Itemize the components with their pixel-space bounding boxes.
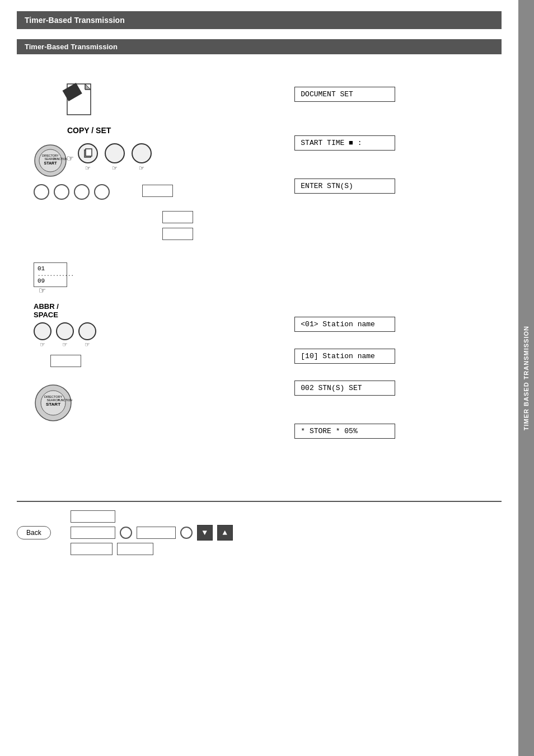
abbr-text: ABBR / SPACE <box>34 302 59 319</box>
svg-point-6 <box>39 149 62 172</box>
tap-icon-abbr3: ☞ <box>85 340 90 349</box>
nav-up-button[interactable]: ▲ <box>217 525 233 541</box>
abbr-label: ABBR / SPACE <box>34 302 283 319</box>
lcd-station1: <01> Station name <box>294 317 395 332</box>
tap-icon-2: ☞ <box>86 163 90 173</box>
bottom-rect-1 <box>71 510 115 523</box>
btn-2[interactable] <box>105 143 125 163</box>
tap-icon-3: ☞ <box>113 163 117 173</box>
tap-icon-abbr1: ☞ <box>40 340 45 349</box>
btn-3[interactable] <box>132 143 152 163</box>
small-rect-2 <box>162 211 193 223</box>
bottom-rect-3 <box>137 527 176 539</box>
control-panel: DIRECTORY SEARCH START FUNCTION ☞ <box>34 143 283 173</box>
section-header-bar: Timer-Based Transmission <box>17 39 502 54</box>
top-header-text: Timer-Based Transmission <box>25 16 125 25</box>
bottom-rect-2 <box>71 527 115 539</box>
abbr-buttons: ☞ ☞ ☞ <box>34 322 283 349</box>
back-button[interactable]: Back <box>17 526 51 539</box>
lcd-start-time: START TIME ■ : <box>294 135 395 151</box>
bottom-section: Back ▼ ▲ <box>17 501 502 555</box>
top-header-bar: Timer-Based Transmission <box>17 11 502 29</box>
document-icon <box>62 81 101 120</box>
tap-icon-1: ☞ <box>67 152 73 165</box>
nav-down-button[interactable]: ▼ <box>197 525 213 541</box>
bottom-rect-5 <box>117 543 153 555</box>
svg-rect-12 <box>86 149 92 156</box>
lcd-stn-set-container: 002 STN(S) SET <box>294 381 395 396</box>
abbr-btn-1[interactable] <box>34 322 51 340</box>
left-column: COPY / SET DIRECTORY SEARCH START FUNCTI… <box>17 64 283 484</box>
tap-icon-4: ☞ <box>139 163 144 173</box>
lcd-station2: [10] Station name <box>294 349 395 364</box>
lcd-stn-set: 002 STN(S) SET <box>294 381 395 396</box>
bottom-circle-1 <box>120 527 132 539</box>
lcd-station1-container: <01> Station name <box>294 317 395 332</box>
btn-copy[interactable] <box>78 143 98 163</box>
circle-3 <box>74 184 90 200</box>
circle-4 <box>94 184 110 200</box>
section-header-text: Timer-Based Transmission <box>25 43 118 51</box>
numpad-line1: 01 <box>38 265 63 272</box>
small-rect-1 <box>142 185 173 197</box>
numpad-area: 01 ............ 09 ☞ ABBR / SPACE <box>34 262 283 369</box>
numpad-dots: ............ <box>38 272 63 278</box>
copy-set-text: COPY / SET <box>67 126 111 135</box>
svg-text:START: START <box>46 402 60 407</box>
circle-2 <box>54 184 69 200</box>
lcd-enter-stn-container: ENTER STN(S) <box>294 179 395 194</box>
lcd-store: * STORE * 05% <box>294 424 395 439</box>
bottom-circle-2 <box>180 527 193 539</box>
svg-text:FUNCTION: FUNCTION <box>58 398 72 402</box>
sidebar-text: TIMER BASED TRANSMISSION <box>523 326 530 430</box>
tap-icon-abbr2: ☞ <box>63 340 67 349</box>
tap-icon-numpad: ☞ <box>39 284 45 297</box>
right-column: DOCUMENT SET START TIME ■ : ENTER STN(S)… <box>283 64 502 484</box>
svg-text:START: START <box>44 161 58 165</box>
small-rect-abbr <box>50 355 81 367</box>
start-area-bottom: DIRECTORY SEARCH START FUNCTION <box>34 383 283 425</box>
lcd-station2-container: [10] Station name <box>294 349 395 364</box>
bottom-rect-4 <box>71 543 113 555</box>
lcd-enter-stn: ENTER STN(S) <box>294 179 395 194</box>
abbr-btn-2[interactable] <box>56 322 74 340</box>
lcd-document-set: DOCUMENT SET <box>294 87 395 102</box>
start-button-area: DIRECTORY SEARCH START FUNCTION <box>34 144 63 173</box>
diagram-area: COPY / SET DIRECTORY SEARCH START FUNCTI… <box>17 64 502 484</box>
lcd-start-time-container: START TIME ■ : <box>294 135 395 151</box>
right-sidebar: TIMER BASED TRANSMISSION <box>518 0 534 756</box>
numpad-line2: 09 <box>38 278 63 284</box>
copy-set-label: COPY / SET <box>67 126 283 135</box>
abbr-btn-3[interactable] <box>78 322 96 340</box>
circle-1 <box>34 184 49 200</box>
lcd-doc-set-container: DOCUMENT SET <box>294 87 395 102</box>
lcd-store-container: * STORE * 05% <box>294 424 395 439</box>
svg-text:FUNCTION: FUNCTION <box>53 157 67 161</box>
numpad-display: 01 ............ 09 <box>34 262 67 287</box>
small-rect-3 <box>162 228 193 240</box>
